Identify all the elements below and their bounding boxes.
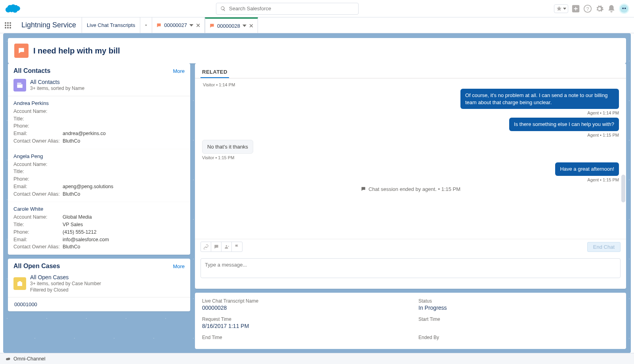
svg-point-9	[5, 25, 6, 26]
workspace-tab-1[interactable]: 00000027	[152, 17, 205, 33]
svg-point-8	[10, 22, 11, 24]
waffle-icon	[4, 22, 11, 29]
search-input[interactable]	[229, 6, 354, 11]
nav-item-label: Live Chat Transcripts	[87, 22, 135, 28]
svg-point-6	[5, 22, 6, 24]
chat-icon	[209, 23, 215, 29]
global-header: ?	[0, 0, 634, 17]
chevron-down-icon	[563, 7, 566, 10]
help-icon[interactable]: ?	[583, 4, 592, 13]
star-icon	[556, 6, 562, 12]
svg-point-4	[622, 8, 624, 9]
astro-avatar-icon	[620, 4, 628, 13]
nav-item-menu[interactable]	[140, 17, 152, 33]
nav-item-transcripts[interactable]: Live Chat Transcripts	[82, 17, 140, 33]
header-actions: ?	[554, 4, 629, 14]
nav-bar: Lightning Service Live Chat Transcripts …	[0, 17, 634, 33]
chevron-down-icon	[243, 24, 246, 28]
svg-point-12	[5, 27, 6, 29]
setup-gear-icon[interactable]	[595, 4, 604, 13]
close-icon[interactable]	[196, 23, 201, 28]
svg-point-5	[624, 8, 626, 9]
svg-point-7	[7, 22, 9, 24]
add-icon[interactable]	[571, 4, 580, 13]
workspace-tabs: 00000027 00000028	[152, 17, 258, 33]
notification-bell-icon[interactable]	[607, 4, 616, 13]
app-launcher[interactable]	[0, 17, 16, 33]
svg-point-14	[10, 27, 11, 29]
tab-label: 00000027	[164, 22, 187, 28]
app-name: Lightning Service	[16, 17, 82, 33]
chevron-down-icon	[145, 23, 147, 27]
svg-text:?: ?	[586, 6, 589, 11]
global-search[interactable]	[216, 3, 359, 15]
workspace-tab-2[interactable]: 00000028	[205, 17, 258, 33]
close-icon[interactable]	[249, 23, 254, 28]
user-avatar[interactable]	[619, 4, 629, 14]
svg-point-13	[7, 27, 9, 29]
svg-point-11	[10, 25, 11, 26]
chevron-down-icon	[189, 23, 193, 27]
search-icon	[220, 6, 226, 11]
svg-point-10	[7, 25, 9, 26]
favorites-menu[interactable]	[554, 4, 568, 13]
salesforce-logo	[5, 3, 21, 14]
chat-icon	[156, 23, 162, 28]
tab-label: 00000028	[217, 23, 240, 29]
svg-point-3	[620, 4, 628, 12]
